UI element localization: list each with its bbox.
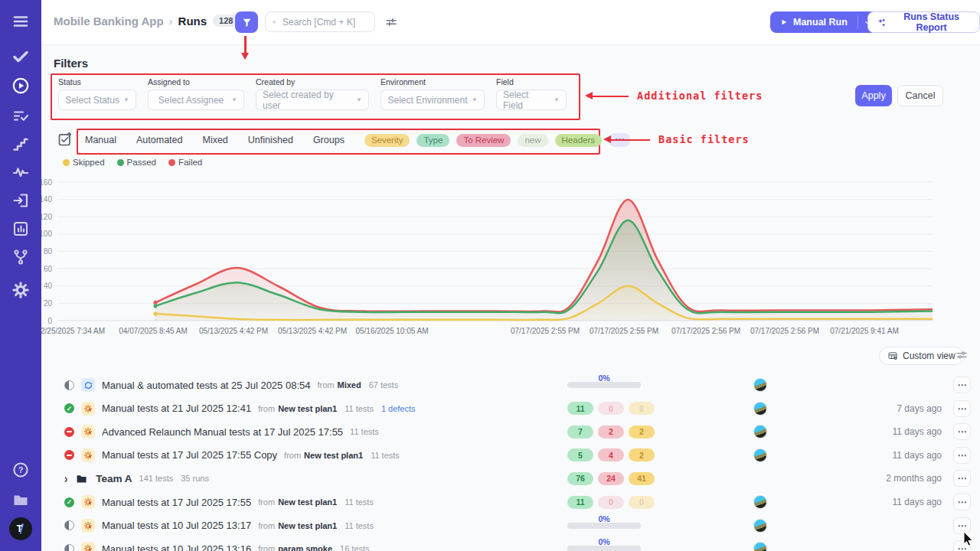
annotation-arrowhead-down bbox=[241, 53, 249, 60]
run-defects-link[interactable]: 1 defects bbox=[381, 404, 416, 413]
run-type-icon bbox=[81, 495, 95, 509]
user-avatar[interactable] bbox=[753, 542, 767, 551]
filter-field-select[interactable]: Select created by user ▼ bbox=[256, 90, 369, 110]
menu-icon[interactable] bbox=[11, 12, 30, 31]
filter-field-select[interactable]: Select Status ▼ bbox=[58, 90, 136, 110]
analytics-icon[interactable] bbox=[11, 220, 30, 238]
import-icon[interactable] bbox=[11, 191, 30, 210]
row-menu-button[interactable]: ⋯ bbox=[953, 494, 971, 510]
run-title[interactable]: Manual tests at 10 Jul 2025 13:16 bbox=[102, 543, 251, 551]
branches-icon[interactable] bbox=[11, 248, 30, 266]
filter-field-select[interactable]: Select Assignee ▼ bbox=[148, 90, 244, 110]
legend-dot bbox=[117, 159, 124, 166]
run-result: 0% bbox=[567, 514, 641, 523]
run-plan-name[interactable]: param smoke bbox=[278, 544, 332, 551]
run-title[interactable]: Advanced Relaunch Manual tests at 17 Jul… bbox=[102, 426, 343, 438]
apply-button[interactable]: Apply bbox=[855, 85, 892, 106]
runs-icon[interactable] bbox=[11, 77, 30, 95]
run-plan-name[interactable]: Mixed bbox=[337, 380, 361, 390]
user-avatar[interactable] bbox=[753, 378, 767, 392]
row-menu-button[interactable]: ⋯ bbox=[953, 423, 971, 440]
run-from-label: from bbox=[317, 380, 334, 390]
expand-chevron-icon[interactable]: › bbox=[64, 471, 67, 485]
run-type-icon bbox=[81, 425, 95, 439]
run-result: 722 bbox=[567, 420, 655, 443]
run-row[interactable]: Manual tests at 10 Jul 2025 13:17 from N… bbox=[54, 514, 972, 537]
run-plan-name[interactable]: New test plan1 bbox=[278, 404, 337, 413]
run-row[interactable]: Manual tests at 21 Jul 2025 12:41 from N… bbox=[54, 397, 972, 420]
run-title[interactable]: Manual & automated tests at 25 Jul 2025 … bbox=[102, 380, 310, 391]
custom-view-button[interactable]: Custom view bbox=[879, 347, 964, 365]
search-input[interactable] bbox=[281, 16, 368, 28]
quick-filter-tag[interactable]: To Review bbox=[456, 134, 511, 147]
tests-icon[interactable] bbox=[11, 47, 30, 66]
run-from-label: from bbox=[284, 451, 301, 460]
svg-text:0: 0 bbox=[47, 317, 52, 325]
run-title[interactable]: Manual tests at 17 Jul 2025 17:55 bbox=[102, 497, 251, 508]
row-menu-button[interactable]: ⋯ bbox=[953, 400, 971, 417]
quick-filter-tag[interactable]: new bbox=[518, 134, 547, 147]
row-menu-button[interactable]: ⋯ bbox=[953, 377, 971, 393]
svg-text:80: 80 bbox=[44, 247, 53, 256]
adjustments-icon[interactable] bbox=[384, 15, 398, 29]
run-plan-name[interactable]: New test plan1 bbox=[278, 521, 337, 530]
user-avatar[interactable] bbox=[753, 425, 767, 439]
cancel-button[interactable]: Cancel bbox=[897, 85, 943, 106]
run-title[interactable]: Manual tests at 21 Jul 2025 12:41 bbox=[102, 403, 251, 414]
logo[interactable]: T bbox=[9, 517, 32, 540]
search-box[interactable] bbox=[265, 11, 375, 32]
pulse-icon[interactable] bbox=[11, 163, 30, 181]
run-row[interactable]: › Team A 141 tests 35 runs 762441 2 mont… bbox=[54, 467, 972, 490]
filter-field-select[interactable]: Select Field ▼ bbox=[496, 90, 567, 110]
help-icon[interactable]: ? bbox=[11, 461, 30, 479]
run-status-icon bbox=[64, 427, 74, 437]
view-settings-icon[interactable] bbox=[956, 349, 968, 361]
mouse-cursor bbox=[963, 531, 976, 546]
failed-count-pill: 2 bbox=[598, 425, 624, 439]
quick-filter-tag[interactable]: Headers bbox=[555, 134, 602, 147]
quick-filter-link[interactable]: Mixed bbox=[202, 135, 227, 145]
user-avatar[interactable] bbox=[753, 402, 767, 416]
row-menu-button[interactable]: ⋯ bbox=[953, 447, 971, 464]
quick-filter-tag[interactable]: Type bbox=[416, 134, 449, 147]
svg-text:T: T bbox=[17, 523, 23, 534]
bulk-edit-icon[interactable] bbox=[57, 132, 73, 148]
settings-icon[interactable] bbox=[11, 281, 30, 299]
run-row[interactable]: Manual tests at 17 Jul 2025 17:55 from N… bbox=[54, 491, 972, 514]
projects-icon[interactable] bbox=[11, 491, 30, 509]
run-type-icon bbox=[81, 402, 95, 416]
user-avatar[interactable] bbox=[753, 495, 767, 509]
quick-filter-link[interactable]: Unfinished bbox=[248, 135, 293, 145]
legend-item[interactable]: Passed bbox=[117, 158, 156, 167]
run-title[interactable]: Manual tests at 17 Jul 2025 17:55 Copy bbox=[102, 449, 277, 461]
milestones-icon[interactable] bbox=[11, 135, 30, 153]
run-row[interactable]: Manual & automated tests at 25 Jul 2025 … bbox=[54, 373, 972, 396]
run-tests-count: 16 tests bbox=[340, 544, 370, 551]
user-avatar[interactable] bbox=[753, 519, 767, 533]
runs-status-report-button[interactable]: Runs Status Report bbox=[867, 11, 980, 33]
manual-run-split-button: Manual Run bbox=[770, 11, 878, 33]
run-row[interactable]: Advanced Relaunch Manual tests at 17 Jul… bbox=[54, 420, 972, 443]
quick-filter-link[interactable]: Manual bbox=[85, 135, 116, 145]
quick-filter-link[interactable]: Automated bbox=[136, 135, 182, 145]
quick-filter-tag[interactable]: Severity bbox=[364, 134, 410, 147]
runs-trend-chart[interactable]: 160140120100806040200 bbox=[23, 178, 934, 324]
test-plans-icon[interactable] bbox=[11, 106, 30, 125]
user-avatar[interactable] bbox=[753, 448, 767, 462]
row-menu-button[interactable]: ⋯ bbox=[953, 470, 971, 487]
quick-filter-link[interactable]: Groups bbox=[313, 135, 345, 145]
legend-item[interactable]: Failed bbox=[168, 158, 202, 167]
run-row[interactable]: Manual tests at 10 Jul 2025 13:16 from p… bbox=[54, 537, 972, 551]
run-plan-name[interactable]: New test plan1 bbox=[304, 451, 363, 460]
run-row[interactable]: Manual tests at 17 Jul 2025 17:55 Copy f… bbox=[54, 444, 972, 467]
run-title[interactable]: Team A bbox=[96, 473, 132, 484]
filter-field: Status Select Status ▼ bbox=[58, 77, 136, 110]
manual-run-button[interactable]: Manual Run bbox=[770, 11, 858, 33]
progress-bar bbox=[567, 382, 641, 388]
breadcrumb-project[interactable]: Mobile Banking App bbox=[54, 15, 164, 28]
legend-item[interactable]: Skipped bbox=[63, 158, 105, 167]
run-title[interactable]: Manual tests at 10 Jul 2025 13:17 bbox=[102, 520, 251, 531]
filter-field-select[interactable]: Select Environment ▼ bbox=[381, 90, 485, 110]
filter-button[interactable] bbox=[235, 11, 258, 33]
run-plan-name[interactable]: New test plan1 bbox=[278, 497, 337, 507]
